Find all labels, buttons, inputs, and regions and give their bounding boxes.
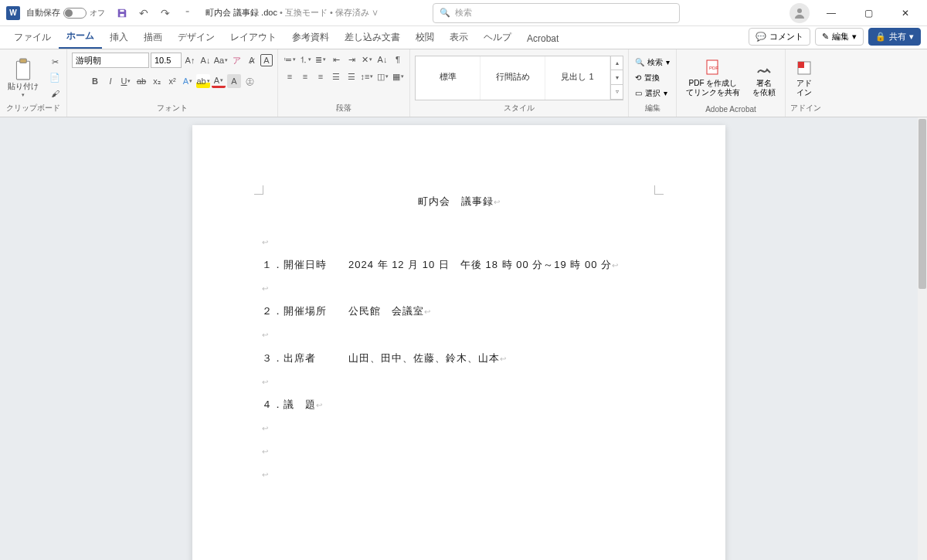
page[interactable]: 町内会 議事録↩ ↩ １．開催日時 2024 年 12 月 10 日 午後 18… <box>192 125 725 560</box>
addins-label: アドイン <box>790 103 821 115</box>
font-name-input[interactable] <box>72 53 149 68</box>
asian-layout-icon[interactable]: ✕ <box>360 53 374 66</box>
bold-icon[interactable]: B <box>88 74 102 88</box>
doc-line: ４．議 題 <box>262 399 316 410</box>
style-heading1[interactable]: 見出し 1 <box>545 56 610 100</box>
italic-icon[interactable]: I <box>104 74 117 88</box>
enclose-char-icon[interactable]: A <box>260 54 273 66</box>
shrink-font-icon[interactable]: A↓ <box>199 53 212 67</box>
shading-icon[interactable]: ◫ <box>375 70 389 83</box>
numbering-icon[interactable]: ⒈ <box>298 53 312 66</box>
justify-icon[interactable]: ☰ <box>329 70 343 83</box>
find-button[interactable]: 🔍 検索 ▾ <box>633 56 671 70</box>
replace-button[interactable]: ⟲ 置換 <box>633 71 671 85</box>
style-normal[interactable]: 標準 <box>416 56 480 100</box>
tab-review[interactable]: 校閲 <box>408 26 442 49</box>
maximize-button[interactable]: ▢ <box>853 2 884 25</box>
styles-gallery[interactable]: 標準 行間詰め 見出し 1 ▴ ▾ ▿ <box>415 56 623 100</box>
line-spacing-icon[interactable]: ↕≡ <box>360 70 374 83</box>
tab-mailings[interactable]: 差し込み文書 <box>337 26 408 49</box>
search-input[interactable]: 🔍 検索 <box>433 3 680 23</box>
change-case-icon[interactable]: Aa <box>214 53 228 67</box>
cut-icon[interactable]: ✂ <box>48 56 62 70</box>
align-right-icon[interactable]: ≡ <box>314 70 328 83</box>
tab-design[interactable]: デザイン <box>170 26 222 49</box>
group-font: A↑ A↓ Aa ア A̷ A B I U ab x₂ x² A ab A A … <box>67 49 278 117</box>
ribbon: 貼り付け ▾ ✂ 📄 🖌 クリップボード A↑ A↓ Aa ア A̷ A <box>0 49 927 117</box>
sort-icon[interactable]: A↓ <box>375 53 389 66</box>
addins-button[interactable]: アド イン <box>790 57 818 99</box>
char-border-icon[interactable]: ㊏ <box>243 74 256 88</box>
font-size-input[interactable] <box>151 53 182 68</box>
doc-title[interactable]: 町内会 議事録 .doc • 互換モード • 保存済み ∨ <box>205 7 379 19</box>
minimize-button[interactable]: — <box>816 2 847 25</box>
align-left-icon[interactable]: ≡ <box>283 70 297 83</box>
style-scroll-down[interactable]: ▾ <box>611 70 623 85</box>
scrollbar-thumb[interactable] <box>919 119 926 289</box>
increase-indent-icon[interactable]: ⇥ <box>345 53 358 66</box>
svg-rect-6 <box>798 62 804 68</box>
underline-icon[interactable]: U <box>119 74 133 88</box>
editing-mode-button[interactable]: ✎ 編集 ▾ <box>815 28 864 46</box>
compat-mode: 互換モード <box>285 8 328 17</box>
text-effects-icon[interactable]: A <box>181 74 195 88</box>
clipboard-label: クリップボード <box>5 103 62 115</box>
distributed-icon[interactable]: ☰ <box>345 70 358 83</box>
tab-insert[interactable]: 挿入 <box>102 26 136 49</box>
tab-draw[interactable]: 描画 <box>136 26 170 49</box>
redo-icon[interactable]: ↷ <box>156 4 175 22</box>
tab-file[interactable]: ファイル <box>6 26 59 49</box>
autosave-toggle[interactable]: 自動保存 オフ <box>26 7 105 19</box>
close-button[interactable]: ✕ <box>890 2 921 25</box>
format-painter-icon[interactable]: 🖌 <box>48 87 62 100</box>
search-placeholder: 検索 <box>455 7 472 19</box>
copy-icon[interactable]: 📄 <box>48 71 62 85</box>
paragraph-label: 段落 <box>283 103 405 115</box>
vertical-scrollbar[interactable] <box>918 117 927 560</box>
tab-home[interactable]: ホーム <box>59 25 102 49</box>
paste-button[interactable]: 貼り付け ▾ <box>5 56 42 100</box>
highlight-icon[interactable]: ab <box>196 74 210 88</box>
request-sign-button[interactable]: 署名 を依頼 <box>748 57 780 99</box>
font-color-icon[interactable]: A <box>212 74 226 88</box>
user-avatar[interactable] <box>789 3 810 23</box>
svg-rect-2 <box>20 59 27 63</box>
share-button[interactable]: 🔒 共有 ▾ <box>868 28 921 46</box>
decrease-indent-icon[interactable]: ⇤ <box>329 53 343 66</box>
group-editing: 🔍 検索 ▾ ⟲ 置換 ▭ 選択 ▾ 編集 <box>629 49 677 117</box>
align-center-icon[interactable]: ≡ <box>298 70 312 83</box>
undo-icon[interactable]: ↶ <box>134 4 153 22</box>
tab-acrobat[interactable]: Acrobat <box>519 29 566 49</box>
show-marks-icon[interactable]: ¶ <box>391 53 405 66</box>
multilevel-icon[interactable]: ≣ <box>314 53 328 66</box>
strike-icon[interactable]: ab <box>134 74 148 88</box>
clear-format-icon[interactable]: A̷ <box>245 53 259 67</box>
saved-state: 保存済み <box>335 8 369 17</box>
superscript-icon[interactable]: x² <box>165 74 179 88</box>
bullets-icon[interactable]: ≔ <box>283 53 297 66</box>
titlebar: W 自動保存 オフ ↶ ↷ ⁼ 町内会 議事録 .doc • 互換モード • 保… <box>0 0 927 26</box>
margin-corner-icon <box>654 185 664 195</box>
tab-help[interactable]: ヘルプ <box>476 26 519 49</box>
document-canvas[interactable]: 町内会 議事録↩ ↩ １．開催日時 2024 年 12 月 10 日 午後 18… <box>0 117 918 560</box>
subscript-icon[interactable]: x₂ <box>150 74 164 88</box>
grow-font-icon[interactable]: A↑ <box>183 53 197 67</box>
doc-line: １．開催日時 2024 年 12 月 10 日 午後 18 時 00 分～19 … <box>262 259 612 270</box>
style-nospacing[interactable]: 行間詰め <box>480 56 545 100</box>
phonetic-guide-icon[interactable]: ア <box>229 53 243 67</box>
tab-view[interactable]: 表示 <box>442 26 476 49</box>
qat-more-icon[interactable]: ⁼ <box>178 4 196 22</box>
select-button[interactable]: ▭ 選択 ▾ <box>633 87 671 100</box>
tab-references[interactable]: 参考資料 <box>284 26 337 49</box>
save-icon[interactable] <box>113 4 131 22</box>
style-expand[interactable]: ▿ <box>611 85 623 100</box>
tab-layout[interactable]: レイアウト <box>222 26 284 49</box>
comments-button[interactable]: 💬 コメント <box>749 28 810 46</box>
char-shading-icon[interactable]: A <box>227 74 241 88</box>
ribbon-tabs: ファイル ホーム 挿入 描画 デザイン レイアウト 参考資料 差し込み文書 校閲… <box>0 26 927 49</box>
style-scroll-up[interactable]: ▴ <box>611 56 623 71</box>
borders-icon[interactable]: ▦ <box>391 70 405 83</box>
autosave-state: オフ <box>90 8 105 19</box>
toggle-icon[interactable] <box>63 8 87 19</box>
create-pdf-button[interactable]: PDF PDF を作成し てリンクを共有 <box>681 57 745 99</box>
